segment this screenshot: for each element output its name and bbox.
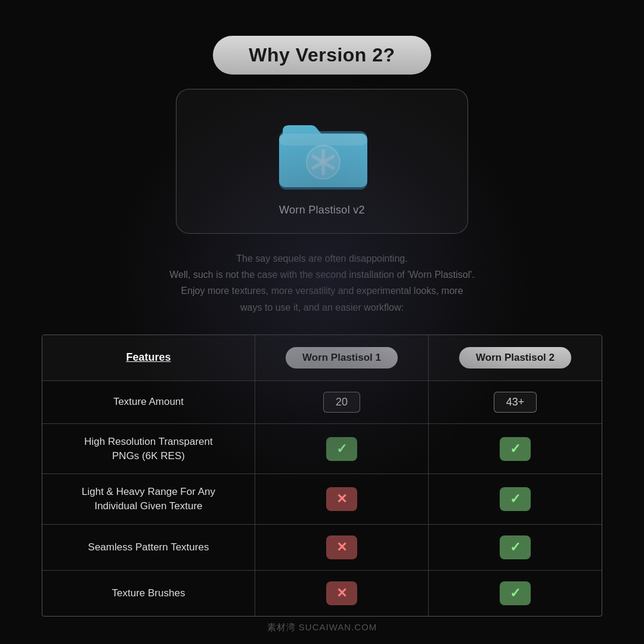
cross-icon: ✕ bbox=[326, 581, 357, 605]
folder-card: Worn Plastisol v2 bbox=[176, 89, 468, 234]
col2-header: Worn Plastisol 2 bbox=[429, 335, 602, 381]
page-title-pill: Why Version 2? bbox=[213, 36, 431, 75]
table-row: Texture Amount2043+ bbox=[42, 380, 602, 423]
check-icon: ✓ bbox=[500, 535, 531, 559]
col1-cell: ✕ bbox=[255, 474, 428, 525]
check-icon: ✓ bbox=[500, 437, 531, 461]
col1-cell: ✓ bbox=[255, 423, 428, 474]
cross-icon: ✕ bbox=[326, 487, 357, 511]
check-icon: ✓ bbox=[326, 437, 357, 461]
description-text: The say sequels are often disappointing.… bbox=[169, 250, 475, 315]
table-row: Light & Heavy Range For Any Individual G… bbox=[42, 474, 602, 525]
col1-cell: ✕ bbox=[255, 570, 428, 616]
number-badge: 43+ bbox=[494, 392, 537, 413]
table-row: Texture Brushes✕✓ bbox=[42, 570, 602, 616]
watermark: 素材湾 SUCAIWAN.COM bbox=[267, 622, 377, 633]
feature-label: Light & Heavy Range For Any Individual G… bbox=[42, 474, 255, 525]
folder-icon bbox=[274, 111, 370, 194]
feature-label: Texture Amount bbox=[42, 380, 255, 423]
table-header-row: Features Worn Plastisol 1 Worn Plastisol… bbox=[42, 335, 602, 381]
table-row: High Resolution Transparent PNGs (6K RES… bbox=[42, 423, 602, 474]
feature-label: High Resolution Transparent PNGs (6K RES… bbox=[42, 423, 255, 474]
col1-pill: Worn Plastisol 1 bbox=[286, 347, 398, 369]
col2-cell: ✓ bbox=[429, 423, 602, 474]
col1-cell: ✕ bbox=[255, 524, 428, 570]
col1-cell: 20 bbox=[255, 380, 428, 423]
col2-cell: 43+ bbox=[429, 380, 602, 423]
svg-rect-2 bbox=[279, 134, 367, 145]
table-row: Seamless Pattern Textures✕✓ bbox=[42, 524, 602, 570]
feature-label: Texture Brushes bbox=[42, 570, 255, 616]
comparison-table: Features Worn Plastisol 1 Worn Plastisol… bbox=[42, 335, 602, 617]
feature-label: Seamless Pattern Textures bbox=[42, 524, 255, 570]
col2-pill: Worn Plastisol 2 bbox=[459, 347, 571, 369]
check-icon: ✓ bbox=[500, 581, 531, 605]
check-icon: ✓ bbox=[500, 487, 531, 511]
number-badge: 20 bbox=[323, 392, 360, 413]
col-feature-header: Features bbox=[42, 335, 255, 381]
page-title-text: Why Version 2? bbox=[249, 44, 395, 66]
col2-cell: ✓ bbox=[429, 474, 602, 525]
col2-cell: ✓ bbox=[429, 570, 602, 616]
folder-name: Worn Plastisol v2 bbox=[279, 204, 365, 216]
cross-icon: ✕ bbox=[326, 535, 357, 559]
col2-cell: ✓ bbox=[429, 524, 602, 570]
page-title-wrap: Why Version 2? bbox=[213, 36, 431, 75]
col1-header: Worn Plastisol 1 bbox=[255, 335, 428, 381]
